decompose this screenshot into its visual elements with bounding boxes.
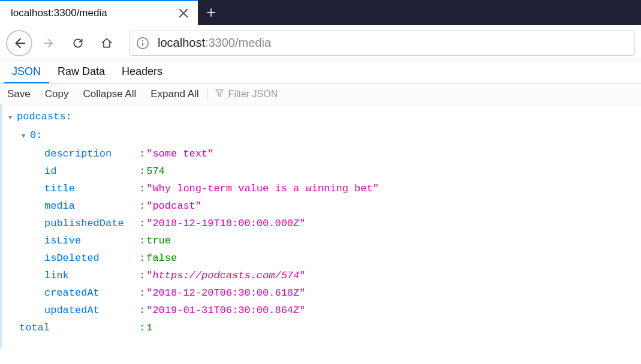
json-value[interactable]: "https://podcasts.com/574"	[146, 267, 305, 284]
reload-button[interactable]	[66, 31, 90, 55]
json-toolbar: Save Copy Collapse All Expand All	[0, 84, 641, 104]
copy-button[interactable]: Copy	[38, 84, 76, 104]
filter-json-input[interactable]	[227, 88, 347, 100]
tab-title: localhost:3300/media	[11, 7, 170, 19]
navbar: localhost:3300/media	[0, 25, 641, 61]
json-key-label: title	[44, 180, 139, 197]
json-row-publisheddate[interactable]: publishedDate: "2018-12-19T18:00:00.000Z…	[6, 215, 635, 232]
tab-raw-data[interactable]: Raw Data	[49, 61, 113, 83]
svg-rect-2	[142, 42, 143, 46]
json-key-label: 0	[30, 127, 36, 144]
json-tree: podcasts: 0: description: "some text" id…	[0, 104, 641, 348]
json-row-id[interactable]: id: 574	[6, 163, 635, 180]
back-button[interactable]	[6, 30, 32, 56]
json-row-description[interactable]: description: "some text"	[6, 145, 635, 163]
json-key-label: publishedDate	[44, 215, 139, 232]
collapse-all-button[interactable]: Collapse All	[76, 84, 143, 104]
filter-icon	[215, 88, 224, 100]
new-tab-button[interactable]	[198, 0, 224, 25]
json-key-label: id	[44, 163, 139, 180]
json-row-total[interactable]: total: 1	[6, 319, 635, 336]
url-text: localhost:3300/media	[158, 36, 271, 50]
json-value: 1	[146, 319, 152, 336]
json-key-index-0[interactable]: 0:	[6, 127, 635, 145]
home-button[interactable]	[95, 31, 119, 55]
json-row-title[interactable]: title: "Why long-term value is a winning…	[6, 180, 635, 197]
json-row-isdeleted[interactable]: isDeleted: false	[6, 249, 635, 267]
json-row-link[interactable]: link: "https://podcasts.com/574"	[6, 267, 635, 284]
expand-all-button[interactable]: Expand All	[143, 84, 206, 104]
url-bar[interactable]: localhost:3300/media	[130, 31, 635, 56]
svg-point-1	[142, 40, 143, 41]
json-value: "podcast"	[146, 197, 201, 215]
json-row-createdat[interactable]: createdAt: "2018-12-20T06:30:00.618Z"	[6, 284, 635, 302]
json-value: "Why long-term value is a winning bet"	[146, 180, 379, 197]
browser-tab[interactable]: localhost:3300/media	[0, 0, 198, 25]
caret-icon[interactable]	[19, 128, 28, 145]
json-key-label: total	[19, 319, 139, 336]
json-key-label: link	[44, 267, 139, 284]
json-value: 574	[146, 163, 165, 180]
json-row-media[interactable]: media: "podcast"	[6, 197, 635, 215]
url-host: localhost	[158, 36, 205, 49]
json-row-islive[interactable]: isLive: true	[6, 232, 635, 249]
json-value: true	[146, 232, 171, 249]
caret-icon[interactable]	[6, 109, 14, 127]
json-key-label: createdAt	[44, 284, 139, 302]
filter-json[interactable]	[209, 88, 353, 100]
json-value: false	[146, 249, 177, 267]
tab-json[interactable]: JSON	[4, 61, 49, 83]
close-icon[interactable]	[177, 7, 189, 19]
json-key-label: description	[44, 145, 139, 163]
forward-button[interactable]	[37, 31, 61, 55]
json-key-label: podcasts	[17, 108, 66, 125]
tab-headers[interactable]: Headers	[113, 61, 171, 83]
info-icon[interactable]	[136, 37, 149, 50]
save-button[interactable]: Save	[0, 84, 38, 104]
url-path: :3300/media	[205, 36, 271, 49]
json-key-podcasts[interactable]: podcasts:	[6, 108, 635, 127]
json-value: "2018-12-20T06:30:00.618Z"	[146, 284, 305, 302]
json-row-updatedat[interactable]: updatedAt: "2019-01-31T06:30:00.864Z"	[6, 302, 635, 319]
json-value: "2018-12-19T18:00:00.000Z"	[146, 215, 305, 232]
view-tabs: JSON Raw Data Headers	[0, 61, 641, 84]
json-value: "some text"	[146, 145, 213, 163]
json-key-label: isDeleted	[44, 249, 139, 267]
toolbar-separator	[207, 88, 208, 100]
json-key-label: media	[44, 197, 139, 215]
json-key-label: isLive	[44, 232, 139, 249]
json-key-label: updatedAt	[44, 302, 139, 319]
tab-strip: localhost:3300/media	[0, 0, 641, 25]
json-value: "2019-01-31T06:30:00.864Z"	[146, 302, 305, 319]
